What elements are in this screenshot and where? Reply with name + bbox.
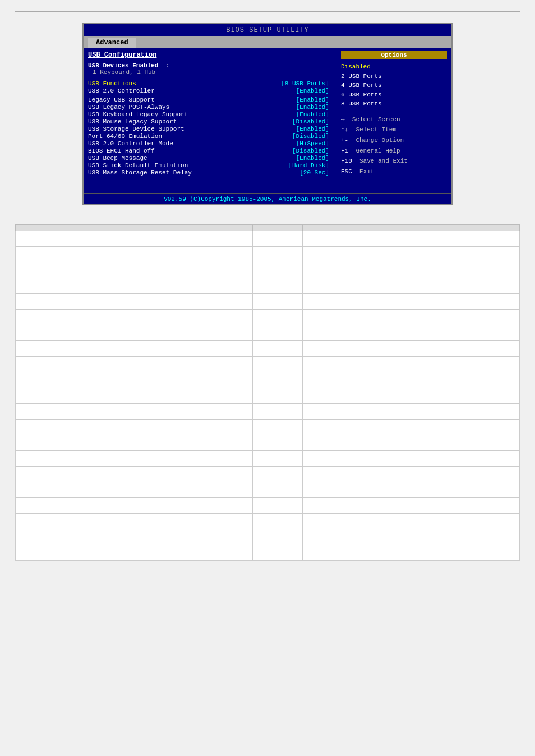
- data-table: [15, 224, 520, 561]
- table-cell: [303, 529, 520, 545]
- table-cell: [16, 388, 76, 404]
- table-cell: [76, 388, 252, 404]
- bios-legacy-value-1: [Enabled]: [296, 104, 329, 110]
- table-cell: [76, 545, 252, 561]
- table-cell: [76, 262, 252, 278]
- table-cell: [16, 482, 76, 498]
- table-cell: [16, 231, 76, 247]
- bios-legacy-value-6: [HiSpeed]: [296, 140, 329, 147]
- table-cell: [16, 514, 76, 529]
- bios-legacy-item-1: USB Legacy POST-Always [Enabled]: [88, 104, 329, 110]
- bios-legacy-value-8: [Enabled]: [296, 155, 329, 162]
- table-row: [16, 451, 520, 467]
- bios-left-panel: USB Configuration USB Devices Enabled : …: [88, 51, 335, 190]
- table-cell: [76, 498, 252, 514]
- bios-tab-advanced[interactable]: Advanced: [88, 38, 136, 48]
- table-cell: [252, 545, 303, 561]
- table-cell: [76, 435, 252, 451]
- table-cell: [16, 262, 76, 278]
- table-cell: [303, 278, 520, 294]
- table-cell: [76, 420, 252, 435]
- key-symbol-2: +-: [341, 137, 348, 144]
- bios-option-2: 4 USB Ports: [341, 81, 447, 90]
- table-row: [16, 262, 520, 278]
- bios-legacy-name-6: USB 2.0 Controller Mode: [88, 140, 173, 147]
- bios-title: BIOS SETUP UTILITY: [84, 24, 451, 36]
- bios-legacy-value-9: [Hard Disk]: [288, 162, 329, 169]
- table-cell: [303, 372, 520, 388]
- col-header-1: [16, 225, 76, 231]
- bios-legacy-name-3: USB Mouse Legacy Support: [88, 118, 177, 125]
- table-cell: [303, 404, 520, 420]
- bios-legacy-item-7: BIOS EHCI Hand-off [Disabled]: [88, 147, 329, 154]
- table-cell: [76, 294, 252, 310]
- table-row: [16, 529, 520, 545]
- bios-options-list: Disabled2 USB Ports4 USB Ports6 USB Port…: [341, 62, 447, 109]
- table-cell: [252, 310, 303, 325]
- bios-legacy-value-3: [Disabled]: [292, 118, 329, 125]
- table-cell: [303, 420, 520, 435]
- table-cell: [76, 467, 252, 482]
- bios-legacy-value-7: [Disabled]: [292, 147, 329, 154]
- table-row: [16, 482, 520, 498]
- bios-legacy-item-10: USB Mass Storage Reset Delay [20 Sec]: [88, 169, 329, 176]
- bios-legacy-name-0: Legacy USB Support: [88, 96, 155, 103]
- bios-item-name-usb-functions: USB Functions: [88, 80, 136, 87]
- table-row: [16, 388, 520, 404]
- bios-legacy-name-10: USB Mass Storage Reset Delay: [88, 169, 192, 176]
- data-table-section: [15, 224, 520, 561]
- bios-legacy-name-4: USB Storage Device Support: [88, 126, 185, 132]
- table-cell: [252, 325, 303, 341]
- bios-item-value-usb-controller: [Enabled]: [296, 87, 329, 94]
- bios-option-0: Disabled: [341, 62, 447, 72]
- bios-legacy-name-8: USB Beep Message: [88, 155, 147, 162]
- table-cell: [16, 310, 76, 325]
- bios-key-3: F1 General Help: [341, 146, 447, 156]
- table-row: [16, 294, 520, 310]
- table-cell: [252, 388, 303, 404]
- bios-item-name-usb-controller: USB 2.0 Controller: [88, 87, 155, 94]
- table-cell: [303, 451, 520, 467]
- top-divider: [15, 11, 520, 12]
- bios-tab-bar: Advanced: [84, 36, 451, 48]
- table-cell: [303, 388, 520, 404]
- bios-devices-enabled-label: USB Devices Enabled :: [88, 62, 329, 69]
- table-cell: [16, 247, 76, 262]
- table-cell: [252, 420, 303, 435]
- table-cell: [252, 372, 303, 388]
- table-cell: [303, 341, 520, 357]
- col-header-4: [303, 225, 520, 231]
- bios-legacy-item-0: Legacy USB Support [Enabled]: [88, 96, 329, 103]
- table-cell: [16, 498, 76, 514]
- table-cell: [252, 341, 303, 357]
- table-row: [16, 435, 520, 451]
- table-cell: [303, 545, 520, 561]
- table-cell: [16, 529, 76, 545]
- table-cell: [76, 341, 252, 357]
- bios-legacy-name-7: BIOS EHCI Hand-off: [88, 147, 155, 154]
- table-row: [16, 545, 520, 561]
- table-cell: [252, 262, 303, 278]
- bios-item-value-usb-functions: [8 USB Ports]: [281, 80, 329, 87]
- bios-legacy-item-2: USB Keyboard Legacy Support [Enabled]: [88, 111, 329, 118]
- bios-devices-enabled-block: USB Devices Enabled : 1 Keyboard, 1 Hub: [88, 62, 329, 76]
- key-symbol-4: F10: [341, 158, 352, 164]
- table-cell: [252, 482, 303, 498]
- table-row: [16, 278, 520, 294]
- bios-legacy-item-3: USB Mouse Legacy Support [Disabled]: [88, 118, 329, 125]
- bios-legacy-items-group: Legacy USB Support [Enabled] USB Legacy …: [88, 96, 329, 176]
- bios-key-4: F10 Save and Exit: [341, 156, 447, 167]
- bios-legacy-item-9: USB Stick Default Emulation [Hard Disk]: [88, 162, 329, 169]
- bios-main-area: USB Configuration USB Devices Enabled : …: [84, 48, 451, 193]
- table-cell: [303, 325, 520, 341]
- table-cell: [303, 357, 520, 372]
- col-header-3: [252, 225, 303, 231]
- table-cell: [16, 467, 76, 482]
- key-symbol-3: F1: [341, 147, 348, 154]
- table-cell: [252, 435, 303, 451]
- table-cell: [252, 294, 303, 310]
- table-cell: [303, 435, 520, 451]
- table-cell: [16, 278, 76, 294]
- table-row: [16, 357, 520, 372]
- bios-items-group-top: USB Functions [8 USB Ports] USB 2.0 Cont…: [88, 80, 329, 94]
